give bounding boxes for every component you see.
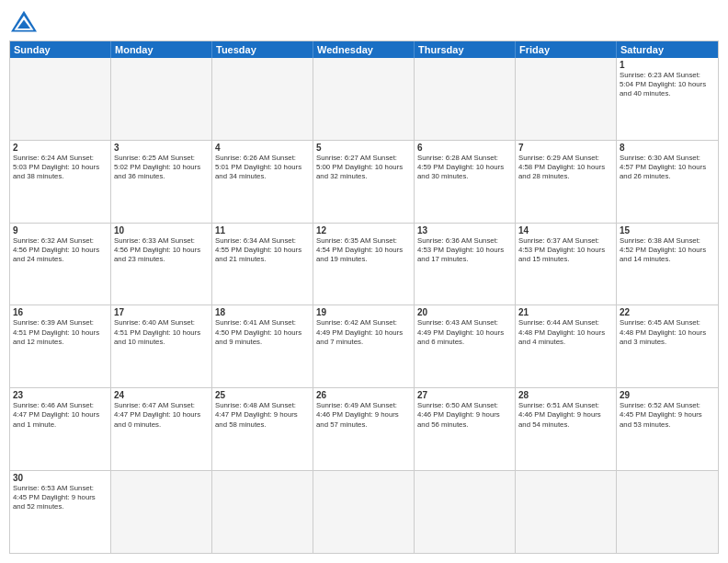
- day-number: 17: [114, 307, 209, 317]
- calendar-cell: [516, 471, 617, 553]
- day-info: Sunrise: 6:27 AM Sunset: 5:00 PM Dayligh…: [316, 154, 411, 181]
- page: SundayMondayTuesdayWednesdayThursdayFrid…: [0, 0, 728, 563]
- calendar-cell: 22Sunrise: 6:45 AM Sunset: 4:48 PM Dayli…: [617, 305, 718, 387]
- day-info: Sunrise: 6:37 AM Sunset: 4:53 PM Dayligh…: [518, 236, 613, 264]
- day-info: Sunrise: 6:46 AM Sunset: 4:47 PM Dayligh…: [13, 401, 108, 429]
- calendar-cell: 5Sunrise: 6:27 AM Sunset: 5:00 PM Daylig…: [313, 141, 415, 223]
- day-info: Sunrise: 6:38 AM Sunset: 4:52 PM Dayligh…: [620, 236, 715, 264]
- day-info: Sunrise: 6:23 AM Sunset: 5:04 PM Dayligh…: [620, 71, 715, 98]
- calendar-cell: 25Sunrise: 6:48 AM Sunset: 4:47 PM Dayli…: [212, 388, 313, 470]
- calendar-cell: [212, 471, 313, 553]
- calendar-cell: 13Sunrise: 6:36 AM Sunset: 4:53 PM Dayli…: [415, 224, 516, 305]
- calendar-cell: 4Sunrise: 6:26 AM Sunset: 5:01 PM Daylig…: [212, 141, 313, 223]
- day-info: Sunrise: 6:47 AM Sunset: 4:47 PM Dayligh…: [114, 401, 209, 429]
- day-info: Sunrise: 6:50 AM Sunset: 4:46 PM Dayligh…: [417, 401, 512, 429]
- day-info: Sunrise: 6:44 AM Sunset: 4:48 PM Dayligh…: [518, 318, 613, 346]
- day-number: 6: [417, 143, 512, 153]
- calendar-cell: 18Sunrise: 6:41 AM Sunset: 4:50 PM Dayli…: [212, 305, 313, 387]
- day-info: Sunrise: 6:28 AM Sunset: 4:59 PM Dayligh…: [417, 154, 512, 181]
- day-info: Sunrise: 6:45 AM Sunset: 4:48 PM Dayligh…: [620, 318, 715, 346]
- day-number: 8: [620, 143, 715, 153]
- day-number: 7: [518, 143, 613, 153]
- calendar-cell: 10Sunrise: 6:33 AM Sunset: 4:56 PM Dayli…: [111, 224, 212, 305]
- day-number: 12: [316, 225, 411, 236]
- calendar-row-4: 23Sunrise: 6:46 AM Sunset: 4:47 PM Dayli…: [10, 388, 718, 471]
- day-info: Sunrise: 6:51 AM Sunset: 4:46 PM Dayligh…: [518, 401, 613, 429]
- calendar-cell: [10, 58, 111, 140]
- calendar-cell: 2Sunrise: 6:24 AM Sunset: 5:03 PM Daylig…: [10, 141, 111, 223]
- day-info: Sunrise: 6:26 AM Sunset: 5:01 PM Dayligh…: [215, 154, 310, 181]
- calendar-cell: [313, 58, 415, 140]
- calendar-cell: 28Sunrise: 6:51 AM Sunset: 4:46 PM Dayli…: [516, 388, 617, 470]
- day-number: 15: [620, 225, 715, 236]
- day-number: 1: [620, 60, 715, 70]
- day-number: 22: [620, 307, 715, 317]
- calendar-cell: 9Sunrise: 6:32 AM Sunset: 4:56 PM Daylig…: [10, 224, 111, 305]
- day-info: Sunrise: 6:34 AM Sunset: 4:55 PM Dayligh…: [215, 236, 310, 264]
- calendar-cell: [313, 471, 415, 553]
- day-info: Sunrise: 6:49 AM Sunset: 4:46 PM Dayligh…: [316, 401, 411, 429]
- day-info: Sunrise: 6:33 AM Sunset: 4:56 PM Dayligh…: [114, 236, 209, 264]
- calendar-cell: [111, 471, 212, 553]
- day-number: 2: [13, 143, 108, 153]
- calendar-cell: [212, 58, 313, 140]
- weekday-header-monday: Monday: [111, 41, 212, 58]
- day-info: Sunrise: 6:39 AM Sunset: 4:51 PM Dayligh…: [13, 318, 108, 346]
- calendar-cell: 29Sunrise: 6:52 AM Sunset: 4:45 PM Dayli…: [617, 388, 718, 470]
- calendar-cell: 26Sunrise: 6:49 AM Sunset: 4:46 PM Dayli…: [313, 388, 415, 470]
- day-info: Sunrise: 6:41 AM Sunset: 4:50 PM Dayligh…: [215, 318, 310, 346]
- calendar-cell: [415, 471, 516, 553]
- calendar-cell: 30Sunrise: 6:53 AM Sunset: 4:45 PM Dayli…: [10, 471, 111, 553]
- day-number: 10: [114, 225, 209, 236]
- day-number: 18: [215, 307, 310, 317]
- day-info: Sunrise: 6:42 AM Sunset: 4:49 PM Dayligh…: [316, 318, 411, 346]
- calendar-cell: 19Sunrise: 6:42 AM Sunset: 4:49 PM Dayli…: [313, 305, 415, 387]
- calendar-row-5: 30Sunrise: 6:53 AM Sunset: 4:45 PM Dayli…: [10, 471, 718, 553]
- calendar-cell: [617, 471, 718, 553]
- day-number: 24: [114, 390, 209, 400]
- day-number: 30: [13, 473, 108, 483]
- day-info: Sunrise: 6:35 AM Sunset: 4:54 PM Dayligh…: [316, 236, 411, 264]
- day-number: 28: [518, 390, 613, 400]
- day-info: Sunrise: 6:36 AM Sunset: 4:53 PM Dayligh…: [417, 236, 512, 264]
- calendar-cell: [415, 58, 516, 140]
- weekday-header-thursday: Thursday: [415, 41, 516, 58]
- calendar-cell: 8Sunrise: 6:30 AM Sunset: 4:57 PM Daylig…: [617, 141, 718, 223]
- day-info: Sunrise: 6:48 AM Sunset: 4:47 PM Dayligh…: [215, 401, 310, 429]
- calendar-row-2: 9Sunrise: 6:32 AM Sunset: 4:56 PM Daylig…: [10, 224, 718, 306]
- day-info: Sunrise: 6:32 AM Sunset: 4:56 PM Dayligh…: [13, 236, 108, 264]
- day-number: 20: [417, 307, 512, 317]
- day-number: 4: [215, 143, 310, 153]
- day-info: Sunrise: 6:53 AM Sunset: 4:45 PM Dayligh…: [13, 484, 108, 511]
- calendar: SundayMondayTuesdayWednesdayThursdayFrid…: [9, 40, 719, 554]
- day-number: 19: [316, 307, 411, 317]
- day-number: 3: [114, 143, 209, 153]
- calendar-cell: 17Sunrise: 6:40 AM Sunset: 4:51 PM Dayli…: [111, 305, 212, 387]
- day-info: Sunrise: 6:52 AM Sunset: 4:45 PM Dayligh…: [620, 401, 715, 429]
- calendar-cell: 27Sunrise: 6:50 AM Sunset: 4:46 PM Dayli…: [415, 388, 516, 470]
- calendar-cell: 1Sunrise: 6:23 AM Sunset: 5:04 PM Daylig…: [617, 58, 718, 140]
- day-number: 14: [518, 225, 613, 236]
- calendar-cell: [111, 58, 212, 140]
- calendar-cell: 15Sunrise: 6:38 AM Sunset: 4:52 PM Dayli…: [617, 224, 718, 305]
- calendar-cell: 16Sunrise: 6:39 AM Sunset: 4:51 PM Dayli…: [10, 305, 111, 387]
- calendar-cell: 11Sunrise: 6:34 AM Sunset: 4:55 PM Dayli…: [212, 224, 313, 305]
- day-number: 26: [316, 390, 411, 400]
- calendar-row-3: 16Sunrise: 6:39 AM Sunset: 4:51 PM Dayli…: [10, 305, 718, 388]
- weekday-header-friday: Friday: [516, 41, 617, 58]
- calendar-cell: 23Sunrise: 6:46 AM Sunset: 4:47 PM Dayli…: [10, 388, 111, 470]
- calendar-cell: [516, 58, 617, 140]
- calendar-cell: 21Sunrise: 6:44 AM Sunset: 4:48 PM Dayli…: [516, 305, 617, 387]
- day-info: Sunrise: 6:40 AM Sunset: 4:51 PM Dayligh…: [114, 318, 209, 346]
- day-info: Sunrise: 6:29 AM Sunset: 4:58 PM Dayligh…: [518, 154, 613, 181]
- weekday-header-sunday: Sunday: [10, 41, 111, 58]
- calendar-cell: 14Sunrise: 6:37 AM Sunset: 4:53 PM Dayli…: [516, 224, 617, 305]
- weekday-header-tuesday: Tuesday: [212, 41, 313, 58]
- calendar-cell: 7Sunrise: 6:29 AM Sunset: 4:58 PM Daylig…: [516, 141, 617, 223]
- day-info: Sunrise: 6:24 AM Sunset: 5:03 PM Dayligh…: [13, 154, 108, 181]
- calendar-cell: 3Sunrise: 6:25 AM Sunset: 5:02 PM Daylig…: [111, 141, 212, 223]
- day-number: 9: [13, 225, 108, 236]
- logo-icon: [9, 9, 39, 35]
- day-number: 5: [316, 143, 411, 153]
- calendar-body: 1Sunrise: 6:23 AM Sunset: 5:04 PM Daylig…: [10, 58, 718, 553]
